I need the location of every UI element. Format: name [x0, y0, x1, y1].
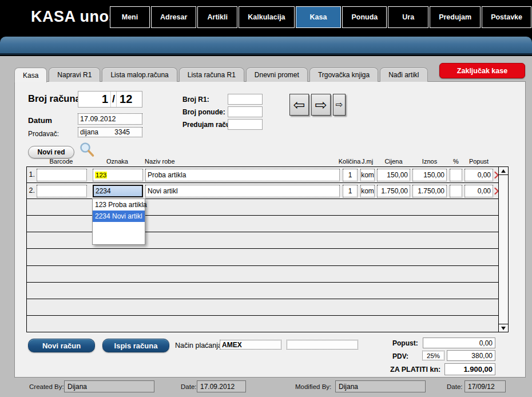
tab-bar: Kasa Napravi R1 Lista malop.računa Lista… — [14, 68, 428, 82]
main-menu: Meni Adresar Artikli Kalkulacija Kasa Po… — [110, 6, 531, 28]
menu-item-kasa[interactable]: Kasa — [296, 6, 342, 28]
app-logo: KASA unos — [31, 8, 118, 26]
prodavac-label: Prodavač: — [28, 130, 59, 138]
barcode-input[interactable] — [37, 169, 87, 181]
kolicina-input[interactable]: 1 — [343, 185, 358, 197]
popust-total-label: Popust: — [392, 339, 418, 347]
empty-row — [27, 283, 498, 299]
kasa-panel: Broj računa 1 / 12 Datum 17.09.2012 Prod… — [14, 81, 526, 378]
cijena-input[interactable]: 150,00 — [377, 169, 410, 181]
broj-racuna-total: 12 — [117, 93, 132, 106]
naziv-robe-input[interactable]: Proba artikla — [145, 169, 340, 181]
empty-row — [27, 266, 498, 283]
scroll-up-button[interactable] — [499, 167, 508, 175]
jmj-input[interactable]: kom — [360, 185, 375, 197]
items-table: 1. 123 Proba artikla 1 kom 150,00 150,00… — [26, 166, 509, 332]
za-platiti-value: 1.900,00 — [444, 363, 495, 375]
created-date-label: Date: — [181, 383, 197, 390]
last-invoice-button[interactable]: ⇨ — [333, 94, 346, 116]
pdv-rate-input[interactable]: 25% — [422, 351, 444, 360]
empty-row — [27, 249, 498, 265]
row-number: 1. — [27, 170, 35, 178]
col-jmj: J.mj — [360, 158, 375, 165]
table-scrollbar[interactable] — [498, 167, 508, 332]
col-cijena: Cijena — [376, 158, 411, 165]
table-column-headers: Barcode Oznaka Naziv robe Količina J.mj … — [15, 158, 526, 166]
ispis-racuna-button[interactable]: Ispis računa — [102, 339, 169, 352]
next-invoice-button[interactable]: ⇨ — [311, 94, 331, 116]
datum-input[interactable]: 17.09.2012 — [78, 113, 142, 125]
broj-r1-input[interactable] — [228, 94, 263, 105]
menu-item-adresar[interactable]: Adresar — [151, 6, 196, 28]
scroll-down-button[interactable] — [499, 324, 508, 332]
prodavac-name: dijana — [80, 128, 98, 136]
items-rows: 1. 123 Proba artikla 1 kom 150,00 150,00… — [27, 167, 498, 332]
article-autocomplete-dropdown: 123 Proba artikla 2234 Novi artikl — [92, 199, 145, 245]
broj-racuna-value: 1 — [78, 93, 110, 106]
tab-napravi-r1[interactable]: Napravi R1 — [49, 68, 100, 82]
dropdown-item-selected[interactable]: 2234 Novi artikl — [93, 211, 145, 222]
modified-by-label: Modified By: — [295, 383, 331, 390]
payment-extra-input[interactable] — [287, 340, 358, 350]
nacin-placanja-label: Način plaćanja: — [175, 342, 224, 350]
created-by-label: Created By: — [29, 383, 64, 390]
tab-trgovacka-knjiga[interactable]: Trgovačka knjiga — [309, 68, 378, 82]
menu-item-artikli[interactable]: Artikli — [197, 6, 237, 28]
tab-lista-malop-racuna[interactable]: Lista malop.računa — [102, 68, 177, 82]
pdv-label: PDV: — [392, 352, 408, 360]
triangle-down-icon — [501, 327, 506, 330]
iznos-input[interactable]: 1.750,00 — [412, 185, 447, 197]
menu-item-predujam[interactable]: Predujam — [430, 6, 481, 28]
jmj-input[interactable]: kom — [360, 169, 375, 181]
menu-item-postavke[interactable]: Postavke — [482, 6, 531, 28]
pct-input[interactable] — [450, 169, 462, 181]
kolicina-input[interactable]: 1 — [343, 169, 358, 181]
col-popust: Popust — [464, 158, 494, 165]
broj-racuna-label: Broj računa — [28, 93, 81, 104]
tab-dnevni-promet[interactable]: Dnevni promet — [246, 68, 308, 82]
menu-item-ponuda[interactable]: Ponuda — [342, 6, 387, 28]
pct-input[interactable] — [450, 185, 462, 197]
novi-racun-button[interactable]: Novi račun — [28, 339, 95, 352]
broj-r1-label: Broj R1: — [182, 96, 209, 104]
cijena-input[interactable]: 1.750,00 — [377, 185, 410, 197]
prev-invoice-button[interactable]: ⇦ — [289, 94, 309, 116]
created-date-value: 17.09.2012 — [197, 380, 246, 392]
prodavac-input[interactable]: dijana 3345 — [78, 127, 142, 137]
popust-input[interactable]: 0,00 — [464, 169, 493, 181]
predujam-racun-input[interactable] — [228, 119, 263, 130]
broj-racuna-field[interactable]: 1 / 12 — [78, 91, 142, 108]
popust-input[interactable]: 0,00 — [464, 185, 493, 197]
menu-item-kalkulacija[interactable]: Kalkulacija — [239, 6, 294, 28]
modified-by-value: Dijana — [335, 380, 426, 392]
iznos-input[interactable]: 150,00 — [412, 169, 447, 181]
col-oznaka: Oznaka — [92, 158, 142, 165]
broj-racuna-separator: / — [110, 92, 117, 107]
table-row: 2. 2234 Novi artikl 1 kom 1.750,00 1.750… — [27, 183, 498, 199]
oznaka-input-focused[interactable]: 2234 — [93, 185, 143, 197]
app-window: KASA unos Meni Adresar Artikli Kalkulaci… — [0, 0, 532, 397]
tab-lista-racuna-r1[interactable]: Lista računa R1 — [179, 68, 244, 82]
tab-kasa[interactable]: Kasa — [14, 68, 47, 82]
triangle-up-icon — [501, 169, 506, 173]
blue-banner — [0, 37, 532, 55]
arrow-right-small-icon: ⇨ — [336, 100, 343, 110]
dropdown-item[interactable]: 123 Proba artikla — [93, 199, 145, 211]
menu-item-meni[interactable]: Meni — [110, 6, 150, 28]
menu-item-ura[interactable]: Ura — [388, 6, 428, 28]
broj-ponude-label: Broj ponude: — [182, 108, 225, 116]
nacin-placanja-input[interactable]: AMEX — [220, 340, 281, 350]
broj-ponude-input[interactable] — [228, 106, 263, 117]
oznaka-input[interactable]: 123 — [93, 169, 143, 181]
col-barcode: Barcode — [36, 158, 86, 165]
tab-nadi-artikl[interactable]: Nađi artikl — [380, 68, 427, 82]
pdv-value: 380,00 — [447, 350, 495, 361]
zakljucak-kase-button[interactable]: Zaključak kase — [439, 63, 525, 78]
row-number: 2. — [27, 186, 35, 194]
empty-row — [27, 299, 498, 316]
naziv-robe-input[interactable]: Novi artikl — [145, 185, 340, 197]
col-iznos: Iznos — [412, 158, 447, 165]
prodavac-code: 3345 — [114, 128, 140, 136]
novi-red-button[interactable]: Novi red — [28, 146, 74, 158]
barcode-input[interactable] — [37, 185, 87, 197]
